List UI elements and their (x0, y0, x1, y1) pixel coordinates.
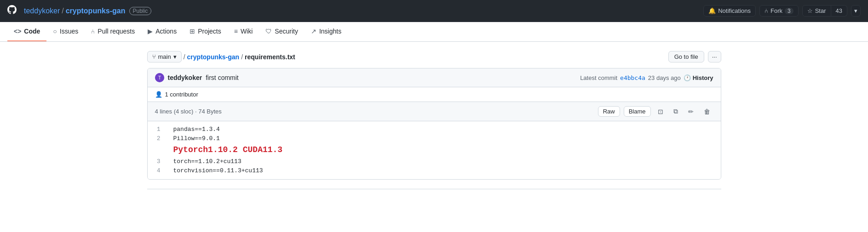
history-icon: 🕐 (684, 74, 691, 81)
projects-icon: ⊞ (190, 28, 195, 35)
commit-message: first commit (206, 74, 239, 81)
code-table: 1 pandas==1.3.4 2 Pillow==9.0.1 Pytorch1… (148, 125, 721, 175)
top-bar-right: 🔔 Notifications ⑃ Fork 3 ☆ Star 43 ▾ (703, 5, 861, 17)
avatar: T (155, 73, 164, 82)
repo-title: teddykoker / cryptopunks-gan (24, 7, 126, 15)
fork-count: 3 (785, 8, 793, 14)
public-badge: Public (129, 7, 152, 15)
blame-button[interactable]: Blame (624, 106, 651, 117)
star-label: Star (815, 7, 826, 14)
history-link[interactable]: 🕐 History (684, 74, 713, 81)
commit-hash[interactable]: e4bbc4a (620, 74, 645, 81)
file-nav-row: ⑂ main ▾ / cryptopunks-gan / requirement… (147, 51, 721, 62)
contributors-icon: 👤 (155, 91, 162, 98)
nav-actions[interactable]: ▶ Actions (141, 22, 183, 41)
file-box: T teddykoker first commit Latest commit … (147, 68, 721, 180)
line-content: pandas==1.3.4 (166, 125, 721, 134)
code-area: 1 pandas==1.3.4 2 Pillow==9.0.1 Pytorch1… (148, 121, 721, 179)
table-row: 1 pandas==1.3.4 (148, 125, 721, 134)
nav-wiki[interactable]: ≡ Wiki (228, 22, 259, 41)
commit-right: Latest commit e4bbc4a 23 days ago 🕐 Hist… (580, 74, 713, 81)
annotation-row: Pytorch1.10.2 CUDA11.3 (148, 143, 721, 157)
commit-left: T teddykoker first commit (155, 73, 239, 82)
nav-issues[interactable]: ○ Issues (46, 22, 85, 41)
line-number: 3 (148, 157, 166, 166)
pytorch-annotation: Pytorch1.10.2 CUDA11.3 (173, 145, 283, 154)
wiki-icon: ≡ (234, 28, 238, 35)
svg-text:T: T (158, 75, 161, 80)
actions-icon: ▶ (148, 28, 153, 35)
history-label: History (693, 74, 713, 81)
notifications-label: Notifications (718, 7, 751, 14)
page-divider (147, 189, 721, 189)
line-content: Pillow==9.0.1 (166, 134, 721, 143)
security-icon: 🛡 (265, 28, 272, 35)
star-button[interactable]: ☆ Star (802, 5, 831, 17)
line-number: 1 (148, 125, 166, 134)
delete-icon[interactable]: 🗑 (701, 106, 713, 117)
issues-icon: ○ (53, 28, 57, 35)
table-row: 4 torchvision==0.11.3+cu113 (148, 166, 721, 175)
file-size: 74 Bytes (198, 108, 222, 115)
commit-author[interactable]: teddykoker (168, 74, 202, 81)
code-icon: <> (14, 28, 21, 35)
line-content: torch==1.10.2+cu113 (166, 157, 721, 166)
file-meta: 4 lines (4 sloc) · 74 Bytes (155, 108, 222, 115)
bell-icon: 🔔 (708, 7, 716, 14)
main-content: ⑂ main ▾ / cryptopunks-gan / requirement… (140, 42, 729, 198)
file-lines: 4 lines (4 sloc) (155, 108, 194, 115)
breadcrumb-sep2: / (241, 53, 243, 61)
breadcrumb: ⑂ main ▾ / cryptopunks-gan / requirement… (147, 51, 295, 62)
breadcrumb-file: requirements.txt (245, 53, 295, 61)
line-number: 4 (148, 166, 166, 175)
fork-icon: ⑃ (765, 7, 768, 14)
top-bar: teddykoker / cryptopunks-gan Public 🔔 No… (0, 0, 868, 22)
raw-button[interactable]: Raw (598, 106, 620, 117)
chevron-down-icon: ▾ (173, 53, 177, 60)
branch-name: main (158, 53, 171, 60)
contributors-text: 1 contributor (165, 91, 198, 98)
copy-icon[interactable]: ⧉ (670, 106, 681, 117)
branch-selector[interactable]: ⑂ main ▾ (147, 51, 182, 62)
table-row: 2 Pillow==9.0.1 (148, 134, 721, 143)
table-row: 3 torch==1.10.2+cu113 (148, 157, 721, 166)
edit-icon[interactable]: ✏ (685, 106, 697, 117)
star-count[interactable]: 43 (831, 5, 847, 17)
commit-time: 23 days ago (648, 74, 681, 81)
github-icon (7, 5, 17, 17)
breadcrumb-repo-link[interactable]: cryptopunks-gan (187, 53, 240, 61)
repo-name[interactable]: cryptopunks-gan (66, 7, 126, 15)
contributors-row: 👤 1 contributor (148, 87, 721, 102)
star-icon: ☆ (807, 7, 813, 14)
top-bar-left: teddykoker / cryptopunks-gan Public (7, 5, 151, 17)
insights-icon: ↗ (311, 28, 316, 35)
nav-insights[interactable]: ↗ Insights (305, 22, 348, 41)
nav-code[interactable]: <> Code (7, 22, 46, 41)
nav-pull-requests[interactable]: ⑃ Pull requests (85, 22, 141, 41)
more-options-button[interactable]: ··· (708, 51, 721, 62)
star-button-group: ☆ Star 43 (802, 5, 847, 17)
repo-owner[interactable]: teddykoker (24, 7, 60, 15)
file-actions: Raw Blame ⊡ ⧉ ✏ 🗑 (598, 106, 713, 117)
go-to-file-button[interactable]: Go to file (668, 51, 704, 62)
star-dropdown[interactable]: ▾ (851, 5, 861, 17)
fork-button[interactable]: ⑃ Fork 3 (759, 5, 799, 17)
latest-commit-label: Latest commit (580, 74, 617, 81)
line-number: 2 (148, 134, 166, 143)
nav-security[interactable]: 🛡 Security (259, 22, 305, 41)
file-nav-actions: Go to file ··· (668, 51, 721, 62)
notifications-button[interactable]: 🔔 Notifications (703, 5, 756, 17)
repo-slash: / (62, 7, 63, 15)
file-content-header: 4 lines (4 sloc) · 74 Bytes Raw Blame ⊡ … (148, 102, 721, 121)
commit-info-row: T teddykoker first commit Latest commit … (148, 68, 721, 87)
repo-nav: <> Code ○ Issues ⑃ Pull requests ▶ Actio… (0, 22, 868, 42)
branch-icon: ⑂ (152, 53, 156, 60)
desktop-icon[interactable]: ⊡ (655, 106, 667, 117)
fork-label: Fork (770, 7, 782, 14)
pull-requests-icon: ⑃ (91, 28, 95, 35)
line-content: torchvision==0.11.3+cu113 (166, 166, 721, 175)
breadcrumb-sep: / (184, 53, 185, 61)
nav-projects[interactable]: ⊞ Projects (183, 22, 228, 41)
